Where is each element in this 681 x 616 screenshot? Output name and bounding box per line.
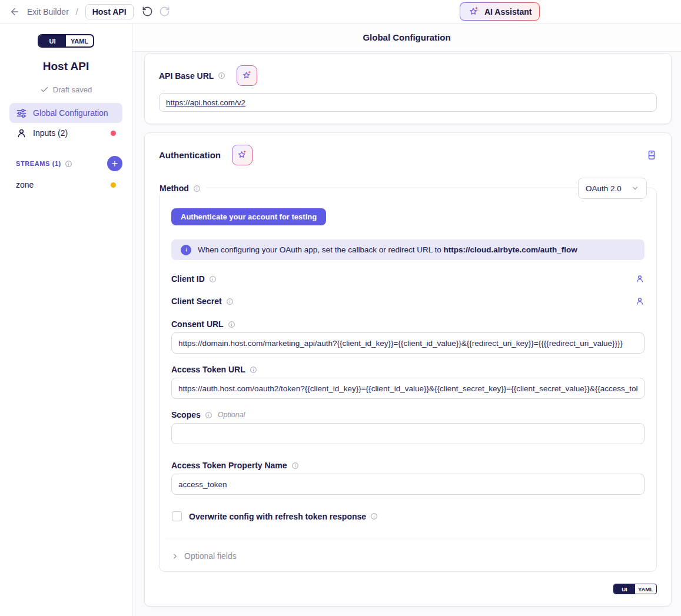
chevron-down-icon [631, 184, 639, 192]
oauth-info-banner: When configuring your OAuth app, set the… [171, 239, 645, 260]
optional-fields-toggle[interactable]: Optional fields [171, 551, 645, 561]
connector-title: Host API [0, 60, 132, 73]
documentation-button[interactable] [646, 149, 657, 161]
sidebar-item-label: Global Configuration [33, 108, 108, 118]
toggle-ui[interactable]: UI [39, 35, 66, 46]
info-icon [193, 185, 201, 192]
sparkle-icon [241, 70, 253, 81]
method-select[interactable]: OAuth 2.0 [578, 178, 647, 199]
app-root: Exit Builder / Host API AI Assistant [0, 0, 681, 616]
consent-url-label: Consent URL [171, 319, 224, 329]
info-icon [291, 462, 299, 470]
toggle-yaml[interactable]: YAML [635, 584, 656, 594]
main-panel: Global Configuration API Base URL [132, 24, 681, 616]
method-selected-value: OAuth 2.0 [586, 184, 622, 193]
authentication-card: Authentication [144, 132, 672, 607]
client-id-row: Client ID [171, 272, 645, 286]
api-base-url-input[interactable] [159, 93, 657, 112]
sidebar-item-stream-zone[interactable]: zone [9, 177, 122, 192]
toggle-ui[interactable]: UI [614, 584, 635, 594]
info-icon [370, 512, 378, 520]
toggle-yaml[interactable]: YAML [66, 35, 93, 46]
info-icon [226, 298, 234, 305]
info-icon [65, 160, 72, 168]
check-icon [40, 85, 49, 94]
redo-icon [159, 6, 170, 17]
divider [165, 538, 650, 538]
redo-button[interactable] [159, 6, 170, 17]
info-icon [209, 275, 217, 283]
back-button[interactable] [9, 6, 20, 17]
arrow-left-icon [9, 6, 20, 17]
sidebar-nav: Global Configuration Inputs (2) [0, 103, 132, 143]
topbar: Exit Builder / Host API AI Assistant [0, 0, 681, 24]
sidebar-item-label: Inputs (2) [33, 128, 68, 138]
streams-header-label: STREAMS (1) [9, 160, 61, 167]
consent-url-field: Consent URL [171, 319, 645, 354]
user-icon [635, 274, 645, 284]
stream-name: zone [16, 180, 34, 189]
info-icon [205, 411, 212, 419]
history-controls [142, 6, 170, 17]
add-stream-button[interactable] [107, 156, 122, 171]
ai-suggest-button[interactable] [237, 65, 257, 86]
scopes-input[interactable] [171, 423, 645, 444]
api-base-url-label: API Base URL [159, 71, 214, 81]
book-icon [646, 149, 657, 161]
token-property-label: Access Token Property Name [171, 461, 287, 470]
callback-url: https://cloud.airbyte.com/auth_flow [443, 245, 577, 254]
optional-fields-label: Optional fields [184, 551, 237, 561]
sidebar-item-inputs[interactable]: Inputs (2) [9, 123, 122, 143]
draft-status-label: Draft saved [53, 85, 92, 94]
overwrite-config-row: Overwrite config with refresh token resp… [171, 511, 645, 521]
client-id-label: Client ID [171, 274, 205, 284]
info-icon [228, 321, 235, 328]
sliders-icon [16, 108, 27, 119]
authenticate-button[interactable]: Authenticate your account for testing [171, 208, 326, 225]
banner-text: When configuring your OAuth app, set the… [198, 245, 577, 254]
ai-assistant-button[interactable]: AI Assistant [460, 2, 540, 21]
sidebar-item-global-configuration[interactable]: Global Configuration [9, 103, 122, 123]
main-content: API Base URL [132, 52, 681, 616]
page-title: Global Configuration [132, 24, 681, 52]
sparkle-icon [237, 149, 248, 161]
scopes-label: Scopes [171, 410, 201, 419]
undo-icon [142, 6, 153, 17]
overwrite-config-checkbox[interactable] [172, 511, 182, 521]
access-token-url-input[interactable] [171, 378, 645, 399]
method-label: Method [160, 184, 189, 193]
info-icon [250, 366, 257, 374]
overwrite-config-label: Overwrite config with refresh token resp… [189, 512, 378, 521]
draft-status: Draft saved [0, 85, 132, 94]
breadcrumb-separator: / [76, 7, 78, 16]
client-secret-row: Client Secret [171, 294, 645, 308]
chevron-right-icon [171, 552, 179, 560]
ai-assistant-label: AI Assistant [484, 7, 531, 16]
inputs-error-dot [111, 131, 116, 136]
user-icon [635, 297, 645, 306]
user-input-button[interactable] [635, 274, 645, 284]
access-token-url-label: Access Token URL [171, 365, 245, 374]
streams-header: STREAMS (1) [9, 156, 122, 171]
breadcrumb-exit-builder[interactable]: Exit Builder [27, 7, 69, 16]
user-icon [16, 128, 27, 139]
stream-warning-dot [111, 182, 116, 188]
sparkle-icon [468, 6, 480, 18]
ai-suggest-button[interactable] [232, 145, 253, 165]
access-token-url-field: Access Token URL [171, 365, 645, 399]
optional-tag: Optional [218, 411, 245, 419]
ui-yaml-toggle: UI YAML [38, 34, 94, 48]
plus-icon [111, 159, 119, 168]
info-icon [218, 72, 225, 79]
api-base-url-card: API Base URL [144, 53, 672, 124]
connector-name-field[interactable]: Host API [85, 4, 134, 19]
authentication-label: Authentication [159, 150, 221, 160]
user-input-button[interactable] [635, 297, 645, 306]
token-property-field: Access Token Property Name [171, 461, 645, 495]
oauth-group: Method OAuth 2.0 Authenticate your accou [159, 188, 657, 572]
undo-button[interactable] [142, 6, 153, 17]
info-filled-icon [181, 245, 191, 255]
sidebar: UI YAML Host API Draft saved Global Conf… [0, 24, 132, 616]
consent-url-input[interactable] [171, 332, 645, 354]
token-property-input[interactable] [171, 474, 645, 495]
